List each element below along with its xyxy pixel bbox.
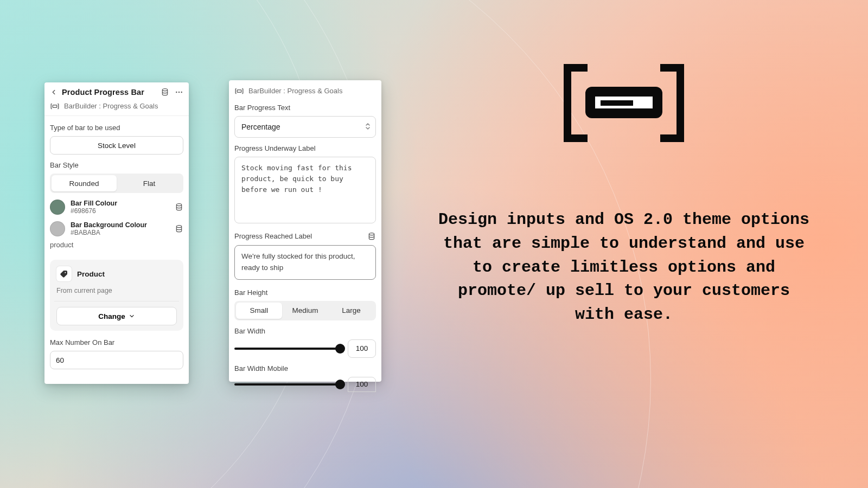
field-label: Bar Height	[234, 288, 376, 297]
product-tag-icon	[56, 266, 72, 281]
app-glyph-icon	[234, 87, 244, 95]
svg-point-6	[176, 226, 181, 228]
max-number-input[interactable]	[50, 351, 183, 369]
dynamic-source-icon[interactable]	[367, 232, 376, 241]
change-product-button[interactable]: Change	[56, 307, 177, 325]
select-chevron-icon	[365, 123, 371, 131]
bar-height-segmented[interactable]: Small Medium Large	[234, 301, 376, 320]
bar-style-segmented[interactable]: Rounded Flat	[50, 174, 183, 193]
field-label: Bar Width Mobile	[234, 364, 376, 373]
bar-width-mobile-value[interactable]: 100	[348, 377, 376, 392]
svg-rect-14	[676, 64, 684, 142]
more-icon[interactable]	[175, 88, 183, 97]
field-label: product	[50, 241, 183, 249]
type-of-bar-select[interactable]: Stock Level	[50, 136, 183, 155]
svg-point-0	[162, 89, 167, 91]
svg-point-2	[178, 92, 180, 93]
color-hex: #698676	[71, 207, 169, 215]
svg-rect-11	[564, 64, 571, 142]
bar-width-slider[interactable]	[234, 348, 340, 350]
field-label: Bar Style	[50, 161, 183, 169]
color-row-bg[interactable]: Bar Background Colour #BABABA	[44, 218, 189, 240]
color-name: Bar Background Colour	[71, 221, 169, 229]
field-label: Progress Underway Label	[234, 144, 376, 152]
product-source-note: From current page	[56, 287, 177, 294]
divider	[44, 115, 189, 116]
dynamic-source-icon[interactable]	[175, 203, 183, 211]
dynamic-source-icon[interactable]	[161, 88, 169, 97]
svg-point-3	[181, 92, 182, 93]
bar-width-value[interactable]: 100	[348, 339, 376, 358]
svg-rect-28	[601, 100, 633, 106]
progress-text-select[interactable]: Percentage	[234, 116, 376, 138]
divider	[54, 301, 179, 301]
breadcrumb: BarBuilder : Progress & Goals	[64, 102, 158, 110]
breadcrumb: BarBuilder : Progress & Goals	[248, 87, 342, 95]
underway-label-textarea[interactable]	[234, 157, 376, 223]
slider-thumb[interactable]	[335, 344, 345, 354]
field-label: Bar Progress Text	[234, 104, 376, 112]
field-label: Progress Reached Label	[234, 232, 312, 240]
field-label: Max Number On Bar	[50, 338, 183, 346]
color-row-fill[interactable]: Bar Fill Colour #698676	[44, 196, 189, 218]
app-glyph-icon	[50, 102, 60, 110]
bg-swatch[interactable]	[50, 221, 65, 236]
svg-point-9	[369, 233, 374, 235]
panel-bar-progress-settings: BarBuilder : Progress & Goals Bar Progre…	[229, 80, 381, 382]
svg-rect-8	[237, 89, 241, 92]
color-name: Bar Fill Colour	[71, 200, 169, 207]
dynamic-source-icon[interactable]	[175, 224, 183, 233]
panel-product-progress-bar: Product Progress Bar BarBuilder : Progre…	[44, 82, 189, 384]
barbuilder-logo-icon	[561, 60, 686, 149]
svg-point-7	[65, 272, 66, 273]
bar-style-flat[interactable]: Flat	[117, 175, 182, 191]
bar-height-large[interactable]: Large	[328, 303, 374, 319]
reached-label-textarea[interactable]	[234, 245, 376, 280]
field-label: Bar Width	[234, 327, 376, 335]
svg-rect-4	[53, 105, 57, 107]
bar-style-rounded[interactable]: Rounded	[52, 175, 117, 191]
color-hex: #BABABA	[71, 229, 169, 236]
product-title: Product	[77, 270, 105, 278]
bar-height-medium[interactable]: Medium	[282, 303, 328, 319]
svg-point-1	[176, 92, 177, 93]
svg-point-5	[176, 204, 181, 206]
svg-rect-12	[564, 134, 588, 142]
product-source-card: Product From current page Change	[50, 260, 183, 331]
bar-height-small[interactable]: Small	[236, 303, 282, 319]
field-label: Type of bar to be used	[50, 124, 183, 132]
marketing-paragraph: Design inputs and OS 2.0 theme options t…	[429, 208, 819, 327]
panel-title: Product Progress Bar	[62, 88, 156, 97]
chevron-down-icon	[129, 313, 135, 319]
svg-rect-15	[660, 134, 684, 142]
bar-width-mobile-slider[interactable]	[234, 383, 340, 386]
back-icon[interactable]	[50, 88, 58, 96]
fill-swatch[interactable]	[50, 200, 65, 215]
slider-thumb[interactable]	[335, 380, 345, 389]
